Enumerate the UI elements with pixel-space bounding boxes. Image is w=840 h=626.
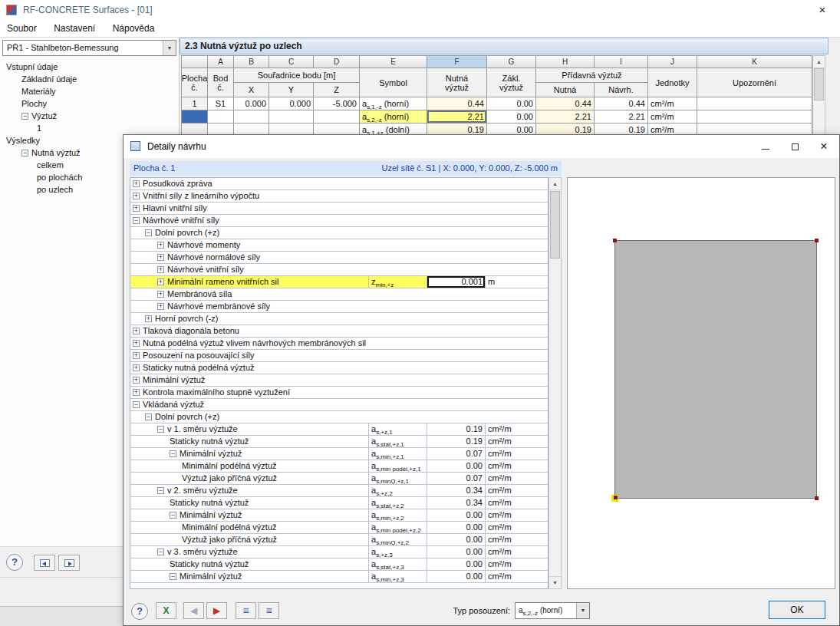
detail-row-v-ztu-jako-p-n-v-ztu[interactable]: Výztuž jako příčná výztužas,minQ,+z,20.0… <box>130 534 548 546</box>
column-letter-h[interactable]: H <box>536 56 595 68</box>
expand-icon[interactable]: + <box>133 364 140 371</box>
expand-icon[interactable]: + <box>145 315 152 322</box>
nav-item-z-kladn-daje[interactable]: Základní údaje <box>2 73 177 85</box>
cell-symbol[interactable]: as,2,-z (horní) <box>360 110 427 124</box>
expand-icon[interactable]: + <box>157 254 164 261</box>
detail-row-doln-povrch-z[interactable]: −Dolní povrch (+z) <box>130 411 548 423</box>
expand-icon[interactable]: + <box>157 278 164 285</box>
tree-view-button[interactable]: ≡ <box>259 602 279 619</box>
menu-napoveda[interactable]: Nápověda <box>106 20 162 37</box>
expand-icon[interactable]: + <box>157 266 164 273</box>
scroll-up-icon[interactable]: ▲ <box>813 56 825 68</box>
detail-row-horn-povrch-z[interactable]: +Horní povrch (-z) <box>130 313 548 325</box>
detail-row-n-vrhov-norm-lov-s-ly[interactable]: +Návrhové normálové síly <box>130 252 548 264</box>
expand-icon[interactable]: + <box>133 180 140 187</box>
detail-row-vkl-dan-v-ztu[interactable]: −Vkládaná výztuž <box>130 399 548 411</box>
collapse-icon[interactable]: − <box>157 426 164 433</box>
ok-button[interactable]: OK <box>769 601 825 619</box>
panel-dock-left-button[interactable] <box>34 555 55 571</box>
detail-row-minim-ln-v-ztu[interactable]: −Minimální výztužas,min,+z,30.00cm²/m <box>130 571 548 583</box>
design-case-selector[interactable]: PŘ1 - Stahlbeton-Bemessung ▼ <box>2 40 176 56</box>
row-header[interactable]: 1 <box>182 97 208 110</box>
detail-row-n-vrhov-vnit-n-s-ly[interactable]: −Návrhové vnitřní síly <box>130 215 548 227</box>
cell-coord-y[interactable] <box>269 110 314 124</box>
cell-additional-provided[interactable]: 2.21 <box>595 110 648 124</box>
chevron-down-icon[interactable]: ▼ <box>576 603 589 618</box>
column-letter-k[interactable]: K <box>697 56 812 68</box>
cell-note[interactable] <box>697 97 812 110</box>
menu-soubor[interactable]: Soubor <box>0 20 44 37</box>
detail-value[interactable]: 0.001 <box>427 276 485 288</box>
detail-row-v-2-sm-ru-v-ztu-e[interactable]: −v 2. směru výztužeas,+z,20.34cm²/m <box>130 485 548 497</box>
surface-view[interactable] <box>567 177 835 589</box>
collapse-icon[interactable]: − <box>170 450 176 457</box>
cell-additional-required[interactable]: 2.21 <box>536 110 595 124</box>
detail-row-staticky-nutn-v-ztu[interactable]: Staticky nutná výztužas,stat,+z,10.19cm²… <box>130 436 548 448</box>
detail-row-hlavn-vnit-n-s-ly[interactable]: +Hlavní vnitřní síly <box>130 203 548 215</box>
expand-icon[interactable]: + <box>157 303 164 310</box>
detail-row-minim-ln-v-ztu[interactable]: −Minimální výztužas,min,+z,10.07cm²/m <box>130 448 548 460</box>
collapse-icon[interactable]: − <box>21 113 28 120</box>
detail-row-minim-ln-pod-ln-v-ztu[interactable]: Minimální podélná výztužas,min podél,+z,… <box>130 460 548 473</box>
nav-item-vstupn-daje[interactable]: Vstupní údaje <box>2 61 177 73</box>
detail-row-minim-ln-v-ztu[interactable]: −Minimální výztužas,min,+z,20.00cm²/m <box>130 509 548 522</box>
detail-row-posudkov-zpr-va[interactable]: +Posudková zpráva <box>130 178 548 190</box>
detail-row-kontrola-maxim-ln-ho-stupn-vyztu-en[interactable]: +Kontrola maximálního stupně vyztužení <box>130 387 548 399</box>
detail-row-posouzen-na-posouvaj-c-s-ly[interactable]: +Posouzení na posouvající síly <box>130 350 548 362</box>
detail-row-n-vrhov-vnit-n-s-ly[interactable]: +Návrhové vnitřní síly <box>130 264 548 276</box>
cell-symbol[interactable]: as,1,-z (horní) <box>360 97 427 110</box>
details-tree-scrollbar[interactable]: ▲ ▼ <box>548 177 562 589</box>
menu-nastaveni[interactable]: Nastavení <box>47 20 102 37</box>
collapse-icon[interactable]: − <box>170 512 176 519</box>
cell-basic-reinforcement[interactable]: 0.00 <box>487 97 536 110</box>
cell-additional-provided[interactable]: 0.44 <box>595 97 648 110</box>
dialog-maximize-button[interactable] <box>780 136 809 157</box>
collapse-icon[interactable]: − <box>133 401 140 408</box>
detail-row-minim-ln-rameno-vnit-n-ch-sil[interactable]: +Minimální rameno vnitřních silzmin,+z0.… <box>130 276 548 288</box>
cell-coord-z[interactable]: -5.000 <box>314 97 360 110</box>
detail-row-v-3-sm-ru-v-ztu-e[interactable]: −v 3. směru výztužeas,+z,30.00cm²/m <box>130 546 548 558</box>
detail-row-vnit-n-s-ly-z-line-rn-ho-v-po-tu[interactable]: +Vnitřní síly z lineárního výpočtu <box>130 190 548 203</box>
dialog-minimize-button[interactable] <box>751 136 780 157</box>
detail-row-minim-ln-pod-ln-v-ztu[interactable]: Minimální podélná výztužas,min podél,+z,… <box>130 522 548 534</box>
scrollbar-thumb[interactable] <box>550 191 560 259</box>
scroll-up-icon[interactable]: ▲ <box>549 178 561 190</box>
expand-icon[interactable]: + <box>133 389 140 396</box>
detail-row-staticky-nutn-pod-ln-v-ztu[interactable]: +Staticky nutná podélná výztuž <box>130 362 548 374</box>
nav-item-materi-ly[interactable]: Materiály <box>2 85 177 97</box>
expand-icon[interactable]: + <box>133 205 140 212</box>
cell-point[interactable] <box>208 110 234 124</box>
cell-basic-reinforcement[interactable]: 0.00 <box>487 110 536 124</box>
nav-item-1[interactable]: 1 <box>2 122 177 134</box>
detail-row-v-ztu-jako-p-n-v-ztu[interactable]: Výztuž jako příčná výztužas,minQ,+z,10.0… <box>130 473 548 485</box>
column-letter-f[interactable]: F <box>427 56 487 68</box>
check-type-selector[interactable]: as,2,-z (horní) ▼ <box>515 602 590 619</box>
column-letter-e[interactable]: E <box>360 56 427 68</box>
expand-icon[interactable]: + <box>133 328 140 334</box>
detail-row-n-vrhov-membr-nov-s-ly[interactable]: +Návrhové membránové síly <box>130 301 548 313</box>
detail-row-membr-nov-s-la[interactable]: +Membránová síla <box>130 288 548 301</box>
dialog-close-button[interactable]: × <box>809 136 838 157</box>
column-letter-j[interactable]: J <box>648 56 697 68</box>
nav-item-v-ztu[interactable]: −Výztuž <box>2 110 177 122</box>
detail-row-v-1-sm-ru-v-ztu-e[interactable]: −v 1. směru výztužeas,+z,10.19cm²/m <box>130 423 548 436</box>
collapse-icon[interactable]: − <box>21 150 28 156</box>
column-letter-c[interactable]: C <box>269 56 314 68</box>
row-header[interactable] <box>182 110 208 124</box>
help-button[interactable]: ? <box>131 603 148 620</box>
detail-row-nutn-pod-ln-v-ztu-vlivem-n-vrhov-ch-membr-nov-ch-sil[interactable]: +Nutná podélná výztuž vlivem návrhových … <box>130 338 548 350</box>
collapse-icon[interactable]: − <box>157 549 164 555</box>
expand-icon[interactable]: + <box>157 291 164 298</box>
cell-units[interactable]: cm²/m <box>648 97 697 110</box>
previous-result-button[interactable]: ◀ <box>183 602 204 619</box>
cell-coord-y[interactable]: 0.000 <box>269 97 314 110</box>
results-filter-button[interactable]: ≡ <box>236 602 256 619</box>
column-letter-b[interactable]: B <box>234 56 269 68</box>
detail-row-doln-povrch-z[interactable]: −Dolní povrch (+z) <box>130 227 548 239</box>
cell-point[interactable]: S1 <box>208 97 234 110</box>
next-result-button[interactable]: ▶ <box>206 602 227 619</box>
detail-row-tlakov-diagon-la-betonu[interactable]: +Tlaková diagonála betonu <box>130 325 548 338</box>
cell-units[interactable]: cm²/m <box>648 110 697 124</box>
expand-icon[interactable]: + <box>133 377 140 384</box>
dialog-title-bar[interactable]: Detaily návrhu × <box>124 135 839 158</box>
